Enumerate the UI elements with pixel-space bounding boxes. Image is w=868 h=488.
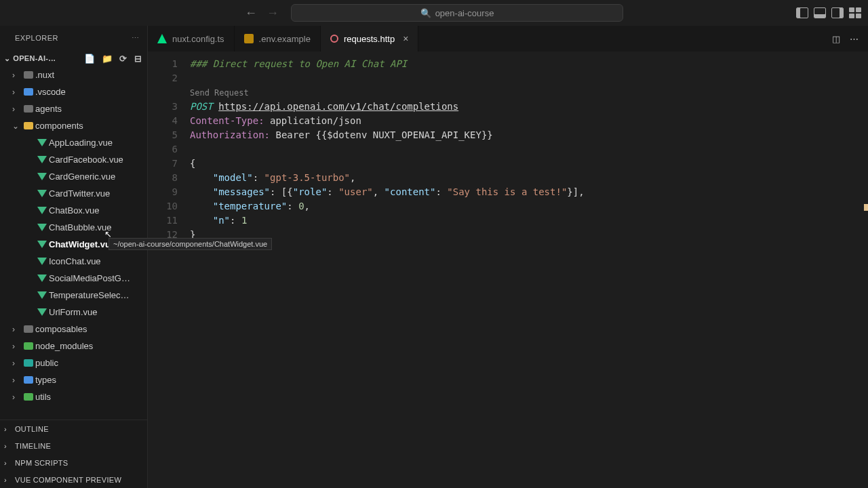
layout-grid-icon[interactable] (849, 7, 861, 18)
tree-label: components (35, 121, 83, 131)
folder-utils[interactable]: ›utils (0, 388, 147, 405)
tab-label: requests.http (344, 34, 395, 44)
folder--nuxt[interactable]: ›.nuxt (0, 66, 147, 83)
folder-public[interactable]: ›public (0, 354, 147, 371)
chevron-right-icon: › (4, 442, 7, 450)
tab-nuxt-config-ts[interactable]: nuxt.config.ts (148, 26, 235, 52)
file-apploading-vue[interactable]: AppLoading.vue (0, 134, 147, 151)
folder-types[interactable]: ›types (0, 371, 147, 388)
file-chatbox-vue[interactable]: ChatBox.vue (0, 202, 147, 219)
sidebar: EXPLORER ⋯ ⌄ OPEN-AI-… 📄 📁 ⟳ ⊟ ›.nuxt›.v… (0, 26, 148, 488)
code-line[interactable]: "temperature": 0, (190, 199, 868, 214)
panel-vue-component-preview[interactable]: ›VUE COMPONENT PREVIEW (0, 471, 147, 488)
code-line[interactable]: Authorization: Bearer {{$dotenv NUXT_OPE… (190, 128, 868, 142)
nav-back-icon[interactable]: ← (245, 6, 257, 20)
chevron-icon: › (12, 392, 22, 402)
project-name: OPEN-AI-… (13, 54, 56, 62)
folder-icon (24, 105, 33, 113)
env-icon (244, 34, 254, 43)
folder-composables[interactable]: ›composables (0, 321, 147, 338)
file-socialmediapostg-[interactable]: SocialMediaPostG… (0, 270, 147, 287)
new-file-icon[interactable]: 📄 (84, 54, 95, 64)
tree-label: SocialMediaPostG… (49, 273, 130, 283)
chevron-right-icon: › (4, 425, 7, 433)
nuxt-icon (157, 34, 167, 43)
tree-label: composables (35, 324, 87, 334)
panel-npm-scripts[interactable]: ›NPM SCRIPTS (0, 454, 147, 471)
file-cardgeneric-vue[interactable]: CardGeneric.vue (0, 168, 147, 185)
search-icon: 🔍 (420, 8, 431, 18)
code-line[interactable]: ### Direct request to Open AI Chat API (190, 57, 868, 71)
explorer-title: EXPLORER (15, 34, 58, 42)
chevron-icon: › (12, 359, 22, 368)
tree-label: UrlForm.vue (49, 307, 98, 317)
code-line[interactable]: "n": 1 (190, 214, 868, 228)
send-request-codelens[interactable]: Send Request (190, 85, 868, 100)
panel-right-icon[interactable] (831, 7, 844, 18)
file-iconchat-vue[interactable]: IconChat.vue (0, 253, 147, 270)
folder-node-modules[interactable]: ›node_modules (0, 338, 147, 354)
folder-agents[interactable]: ›agents (0, 100, 147, 117)
folder--vscode[interactable]: ›.vscode (0, 83, 147, 100)
hover-tooltip: ~/open-ai-course/components/ChatWidget.v… (108, 238, 272, 250)
code-line[interactable]: "model": "gpt-3.5-turbo", (190, 171, 868, 185)
chevron-icon: ⌄ (12, 121, 22, 131)
project-header[interactable]: ⌄ OPEN-AI-… 📄 📁 ⟳ ⊟ (0, 50, 147, 66)
tab-more-icon[interactable]: ⋯ (850, 34, 859, 44)
nav-forward-icon[interactable]: → (267, 6, 279, 20)
tree-label: types (35, 375, 56, 385)
more-icon[interactable]: ⋯ (132, 34, 140, 43)
panel-bottom-icon[interactable] (814, 7, 826, 18)
chevron-down-icon: ⌄ (4, 54, 10, 63)
tab-requests-http[interactable]: requests.http× (321, 26, 418, 52)
vue-icon (37, 173, 47, 180)
tree-label: TemperatureSelec… (49, 290, 130, 300)
panel-outline[interactable]: ›OUTLINE (0, 420, 147, 437)
refresh-icon[interactable]: ⟳ (119, 54, 127, 64)
tree-label: ChatBubble.vue (49, 222, 112, 232)
gutter: 123456789101112 (148, 52, 190, 488)
titlebar: ← → 🔍 open-ai-course (0, 0, 868, 26)
folder-components[interactable]: ⌄components (0, 117, 147, 134)
tree-label: CardFacebook.vue (49, 155, 123, 165)
new-folder-icon[interactable]: 📁 (102, 54, 113, 64)
tabs: nuxt.config.ts.env.examplerequests.http×… (148, 26, 868, 52)
search-input[interactable]: 🔍 open-ai-course (291, 4, 623, 22)
chevron-icon: › (12, 104, 22, 114)
search-text: open-ai-course (435, 8, 494, 18)
file-chatbubble-vue[interactable]: ChatBubble.vue (0, 219, 147, 236)
tree-label: ChatWidget.vue (49, 239, 115, 249)
code-line[interactable]: } (190, 228, 868, 242)
tree-label: .nuxt (35, 70, 54, 80)
collapse-icon[interactable]: ⊟ (134, 54, 142, 64)
folder-icon (24, 393, 33, 401)
tree-label: IconChat.vue (49, 256, 101, 266)
code[interactable]: ### Direct request to Open AI Chat APISe… (190, 52, 868, 488)
code-line[interactable] (190, 71, 868, 85)
code-line[interactable]: POST https://api.openai.com/v1/chat/comp… (190, 100, 868, 114)
chevron-icon: › (12, 70, 22, 80)
chevron-right-icon: › (4, 476, 7, 484)
file-cardtwitter-vue[interactable]: CardTwitter.vue (0, 185, 147, 202)
tree-label: node_modules (35, 341, 93, 351)
panel-left-icon[interactable] (796, 7, 808, 18)
tab-label: nuxt.config.ts (172, 34, 224, 44)
split-editor-icon[interactable]: ◫ (832, 34, 840, 44)
code-line[interactable] (190, 142, 868, 157)
vue-icon (37, 207, 47, 214)
file-urlform-vue[interactable]: UrlForm.vue (0, 304, 147, 321)
close-icon[interactable]: × (403, 33, 408, 44)
vue-icon (37, 224, 47, 231)
code-line[interactable]: { (190, 157, 868, 171)
code-line[interactable]: "messages": [{"role": "user", "content":… (190, 185, 868, 199)
chevron-icon: › (12, 325, 22, 334)
tab--env-example[interactable]: .env.example (235, 26, 321, 52)
folder-icon (24, 376, 33, 384)
vue-icon (37, 308, 47, 316)
panel-timeline[interactable]: ›TIMELINE (0, 437, 147, 454)
folder-icon (24, 325, 33, 333)
file-temperatureselec-[interactable]: TemperatureSelec… (0, 287, 147, 304)
chevron-icon: › (12, 342, 22, 351)
code-line[interactable]: Content-Type: application/json (190, 114, 868, 128)
file-cardfacebook-vue[interactable]: CardFacebook.vue (0, 151, 147, 168)
